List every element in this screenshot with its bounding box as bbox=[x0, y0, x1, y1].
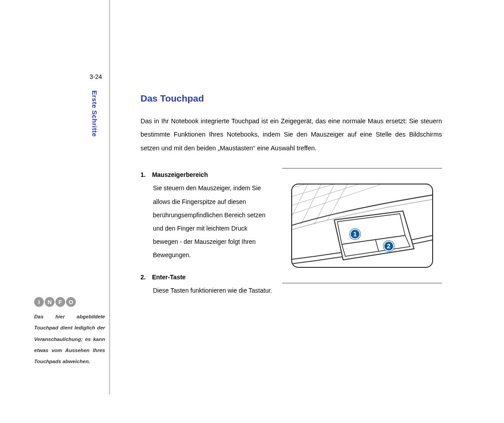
info-icon-o: O bbox=[66, 297, 76, 307]
info-icons: I N F O bbox=[34, 297, 105, 307]
info-text: Das hier abgebildete Touchpad dient ledi… bbox=[34, 311, 105, 367]
content-area: Das Touchpad Das in Ihr Notebook integri… bbox=[141, 93, 442, 306]
info-icon-f: F bbox=[55, 297, 65, 307]
page-title: Das Touchpad bbox=[141, 93, 442, 104]
figure-divider-bottom bbox=[282, 283, 442, 283]
section-label: Erste Schritte bbox=[91, 90, 98, 137]
list-description: Sie steuern den Mauszeiger, indem Sie al… bbox=[141, 181, 273, 262]
svg-line-2 bbox=[292, 184, 372, 207]
info-block: I N F O Das hier abgebildete Touchpad di… bbox=[34, 297, 105, 367]
list-title: Mauszeigerbereich bbox=[152, 171, 208, 178]
info-icon-n: N bbox=[45, 297, 55, 307]
list-title: Enter-Taste bbox=[152, 274, 186, 281]
touchpad-illustration: 1 2 bbox=[291, 184, 433, 268]
list-number: 2. bbox=[141, 270, 150, 284]
info-icon-i: I bbox=[34, 297, 44, 307]
figure-column: 1 2 bbox=[282, 168, 442, 283]
list-item: 2. Enter-Taste Diese Tasten funktioniere… bbox=[141, 270, 273, 297]
laptop-touchpad-svg bbox=[292, 184, 433, 268]
body-row: 1. Mauszeigerbereich Sie steuern den Mau… bbox=[141, 168, 442, 306]
list-number: 1. bbox=[141, 168, 150, 181]
page-number: 3-24 bbox=[90, 73, 102, 80]
vertical-rule bbox=[109, 0, 110, 395]
list-item: 1. Mauszeigerbereich Sie steuern den Mau… bbox=[141, 168, 273, 262]
svg-line-0 bbox=[292, 184, 354, 189]
intro-paragraph: Das in Ihr Notebook integrierte Touchpad… bbox=[141, 114, 442, 155]
list-column: 1. Mauszeigerbereich Sie steuern den Mau… bbox=[141, 168, 273, 306]
figure-divider-top bbox=[282, 168, 442, 168]
manual-page: 3-24 Erste Schritte I N F O Das hier abg… bbox=[0, 0, 504, 423]
list-description: Diese Tasten funktionieren wie die Tasta… bbox=[141, 284, 273, 297]
